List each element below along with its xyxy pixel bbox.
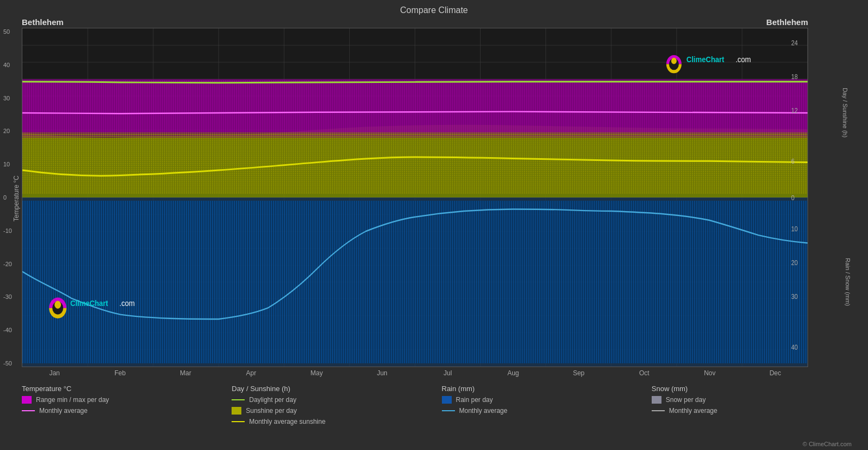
svg-point-52	[671, 58, 677, 64]
svg-text:ClimeChart: ClimeChart	[70, 298, 108, 308]
svg-text:18: 18	[791, 73, 798, 81]
svg-point-47	[54, 301, 61, 309]
right-axis-top-label: Day / Sunshine (h)	[842, 88, 848, 137]
legend-swatch-temp-range	[22, 396, 32, 404]
legend-item-daylight: Daylight per day	[232, 396, 437, 404]
svg-rect-44	[22, 80, 808, 132]
svg-rect-43	[22, 133, 808, 194]
legend-item-snow-avg: Monthly average	[652, 407, 857, 415]
legend-item-temp-range: Range min / max per day	[22, 396, 227, 404]
legend-line-rain-avg	[442, 410, 455, 411]
legend-section-snow: Snow (mm) Snow per day Monthly average ©…	[652, 385, 857, 445]
legend-title-rain: Rain (mm)	[442, 385, 647, 393]
legend-section-rain: Rain (mm) Rain per day Monthly average	[442, 385, 647, 445]
chart-plot: 50 40 30 20 10 0 -10 -20 -30 -40 -50	[22, 28, 808, 367]
svg-rect-40	[22, 201, 808, 363]
legend-item-temp-avg: Monthly average	[22, 407, 227, 415]
legend-swatch-rain	[442, 396, 452, 404]
legend-line-temp-avg	[22, 410, 35, 411]
legend-line-daylight	[232, 399, 245, 400]
svg-text:30: 30	[791, 292, 798, 301]
legend-item-sunshine-avg: Monthly average sunshine	[232, 418, 437, 425]
svg-text:0: 0	[791, 194, 794, 202]
chart-svg: ClimeChart .com ClimeChart .com 24 18 12	[22, 28, 808, 367]
svg-text:6: 6	[791, 157, 794, 165]
x-axis: Jan Feb Mar Apr May Jun Jul Aug Sep Oct …	[22, 367, 808, 379]
legend-swatch-sunshine	[232, 407, 241, 415]
legend-item-snow-per-day: Snow per day	[652, 396, 857, 404]
svg-text:20: 20	[791, 259, 798, 267]
watermark: © ClimeChart.com	[803, 441, 852, 447]
chart-title: Compare Climate	[11, 5, 857, 15]
legend-swatch-snow	[652, 396, 661, 404]
legend-section-sunshine: Day / Sunshine (h) Daylight per day Suns…	[232, 385, 437, 445]
location-label-left: Bethlehem	[22, 17, 64, 27]
legend-line-snow-avg	[652, 410, 665, 411]
right-axis-bottom-label: Rain / Snow (mm)	[845, 258, 851, 306]
svg-text:10: 10	[791, 225, 798, 233]
svg-text:.com: .com	[736, 55, 751, 64]
legend-title-snow: Snow (mm)	[652, 385, 857, 393]
legend-item-rain-avg: Monthly average	[442, 407, 647, 415]
legend-area: Temperature °C Range min / max per day M…	[11, 379, 857, 445]
svg-text:24: 24	[791, 39, 798, 47]
left-axis-label: Temperature °C	[11, 17, 22, 379]
legend-title-temperature: Temperature °C	[22, 385, 227, 393]
legend-title-sunshine: Day / Sunshine (h)	[232, 385, 437, 393]
left-y-axis: 50 40 30 20 10 0 -10 -20 -30 -40 -50	[3, 28, 12, 367]
svg-text:ClimeChart: ClimeChart	[687, 55, 725, 64]
legend-item-sunshine-per-day: Sunshine per day	[232, 407, 437, 415]
svg-text:12: 12	[791, 106, 798, 115]
svg-text:40: 40	[791, 343, 798, 351]
legend-item-rain-per-day: Rain per day	[442, 396, 647, 404]
legend-line-sunshine-avg	[232, 421, 245, 422]
legend-section-temperature: Temperature °C Range min / max per day M…	[22, 385, 227, 445]
svg-text:.com: .com	[119, 298, 135, 308]
location-label-right: Bethlehem	[766, 17, 808, 27]
